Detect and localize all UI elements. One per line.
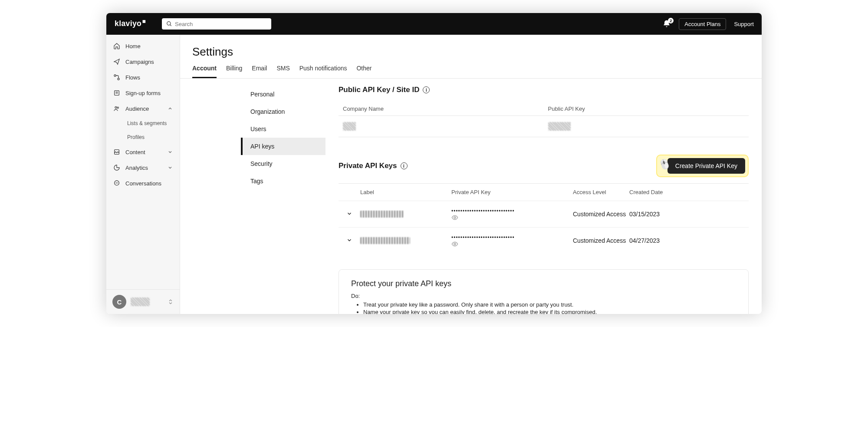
svg-point-4 <box>114 75 116 76</box>
info-icon[interactable]: i <box>401 162 408 169</box>
svg-point-14 <box>454 217 456 218</box>
reveal-key-button[interactable] <box>451 214 573 221</box>
sidebar-item-campaigns[interactable]: Campaigns <box>106 54 180 69</box>
masked-key: •••••••••••••••••••••••••••• <box>451 208 515 214</box>
reveal-key-button[interactable] <box>451 241 573 248</box>
svg-point-15 <box>454 243 456 245</box>
notification-badge: 2 <box>668 18 674 23</box>
subnav-security[interactable]: Security <box>241 155 326 172</box>
private-keys-table: Label Private API Key Access Level Creat… <box>339 183 749 254</box>
sidebar-item-conversations[interactable]: Conversations <box>106 175 180 191</box>
col-access: Access Level <box>573 189 629 195</box>
list-item: Name your private key so you can easily … <box>363 308 736 314</box>
tab-sms[interactable]: SMS <box>276 65 289 78</box>
sidebar-item-analytics[interactable]: Analytics <box>106 160 180 175</box>
protect-keys-box: Protect your private API keys Do: Treat … <box>339 269 749 314</box>
protect-title: Protect your private API keys <box>351 279 736 288</box>
expand-row-button[interactable] <box>346 211 352 217</box>
do-label: Do: <box>351 293 736 299</box>
subnav-personal[interactable]: Personal <box>241 86 326 103</box>
sidebar-item-content[interactable]: Content <box>106 144 180 160</box>
sidebar-item-label: Flows <box>125 74 140 81</box>
subnav-tags[interactable]: Tags <box>241 172 326 190</box>
notifications-button[interactable]: 2 <box>662 20 671 28</box>
sidebar-item-home[interactable]: Home <box>106 38 180 54</box>
logo: klaviyo <box>114 19 153 29</box>
access-level: Customized Access <box>573 237 629 244</box>
col-label: Label <box>360 189 451 195</box>
search-icon <box>166 21 172 27</box>
tab-other[interactable]: Other <box>356 65 372 78</box>
public-api-title-text: Public API Key / Site ID <box>339 86 419 94</box>
expand-row-button[interactable] <box>346 237 352 243</box>
sidebar-item-label: Content <box>125 149 145 155</box>
svg-point-5 <box>118 78 119 80</box>
create-private-api-key-button[interactable]: Create Private API Key <box>667 158 745 174</box>
topbar: klaviyo 2 Account Plans Support <box>106 13 762 35</box>
private-api-title-text: Private API Keys <box>339 162 397 170</box>
private-api-title: Private API Keys i <box>339 162 408 170</box>
subnav-organization[interactable]: Organization <box>241 103 326 120</box>
list-item: Treat your private key like a password. … <box>363 301 736 308</box>
chevron-up-icon <box>168 106 173 111</box>
sidebar-item-label: Conversations <box>125 180 161 187</box>
svg-rect-1 <box>143 20 146 23</box>
created-date: 03/15/2023 <box>629 211 749 218</box>
subnav-api-keys[interactable]: API keys <box>241 138 326 155</box>
tab-billing[interactable]: Billing <box>226 65 242 78</box>
table-row: •••••••••••••••••••••••••••• Customized … <box>339 201 749 227</box>
sidebar-item-label: Campaigns <box>125 59 154 65</box>
tab-account[interactable]: Account <box>192 65 217 78</box>
subnav-users[interactable]: Users <box>241 120 326 138</box>
sidebar-item-label: Home <box>125 43 141 50</box>
sidebar: Home Campaigns Flows Sign-up forms Audie… <box>106 35 180 314</box>
public-key-header: Public API Key <box>544 102 749 116</box>
search-wrap <box>162 18 271 30</box>
access-level: Customized Access <box>573 211 629 218</box>
created-date: 04/27/2023 <box>629 237 749 244</box>
key-label-redacted <box>360 237 410 244</box>
chevron-down-icon <box>168 165 173 170</box>
sidebar-item-signup-forms[interactable]: Sign-up forms <box>106 85 180 101</box>
tab-email[interactable]: Email <box>252 65 267 78</box>
support-link[interactable]: Support <box>734 21 754 27</box>
settings-tabs: Account Billing Email SMS Push notificat… <box>180 59 762 79</box>
sidebar-item-label: Audience <box>125 106 149 112</box>
col-date: Created Date <box>629 189 749 195</box>
sidebar-item-audience[interactable]: Audience <box>106 101 180 116</box>
create-key-highlight: 🖱️ Create Private API Key <box>656 155 749 177</box>
account-subnav: Personal Organization Users API keys Sec… <box>180 79 326 314</box>
sidebar-subitem-lists-segments[interactable]: Lists & segments <box>106 116 180 130</box>
svg-point-9 <box>115 106 117 108</box>
chevron-down-icon <box>168 149 173 155</box>
col-key: Private API Key <box>451 189 573 195</box>
sidebar-item-flows[interactable]: Flows <box>106 69 180 85</box>
key-label-redacted <box>360 211 404 218</box>
company-name-redacted <box>343 122 356 131</box>
main: Settings Account Billing Email SMS Push … <box>180 35 762 314</box>
public-key-redacted <box>548 122 571 131</box>
sidebar-item-label: Sign-up forms <box>125 90 161 96</box>
page-title: Settings <box>192 45 750 59</box>
avatar: C <box>112 295 126 309</box>
search-input[interactable] <box>162 18 271 30</box>
sidebar-subitem-profiles[interactable]: Profiles <box>106 130 180 144</box>
sidebar-footer[interactable]: C <box>106 289 180 314</box>
svg-point-10 <box>117 107 118 108</box>
masked-key: •••••••••••••••••••••••••••• <box>451 234 515 241</box>
public-api-title: Public API Key / Site ID i <box>339 86 749 94</box>
svg-text:klaviyo: klaviyo <box>115 19 141 28</box>
account-plans-button[interactable]: Account Plans <box>679 18 726 30</box>
svg-line-3 <box>170 25 171 26</box>
table-row: •••••••••••••••••••••••••••• Customized … <box>339 227 749 254</box>
tab-push[interactable]: Push notifications <box>299 65 347 78</box>
company-name-header: Company Name <box>339 102 544 116</box>
account-name-redacted <box>131 297 150 306</box>
info-icon[interactable]: i <box>423 86 430 93</box>
sidebar-item-label: Analytics <box>125 165 148 171</box>
svg-point-2 <box>167 22 171 25</box>
updown-icon <box>168 299 174 305</box>
